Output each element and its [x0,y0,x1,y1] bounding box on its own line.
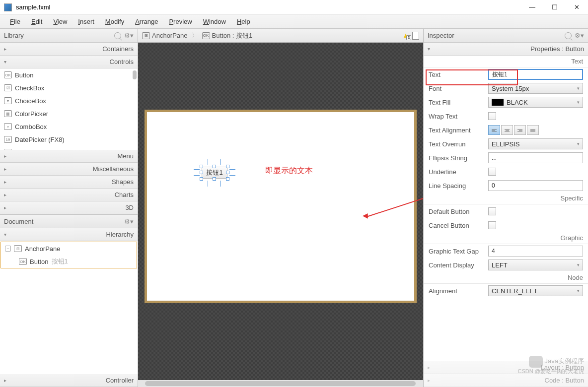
prop-content-display: Content Display LEFT [424,258,588,272]
resize-handle[interactable] [226,165,229,168]
menu-help[interactable]: Help [233,16,254,27]
prop-default-button: Default Button [424,204,588,218]
wraptext-checkbox[interactable] [488,112,496,120]
library-header: Library ⚙▾ [0,29,138,43]
section-controls[interactable]: Controls [0,56,138,68]
ctrl-choicebox[interactable]: ▾ChoiceBox [0,94,138,107]
prop-graphic-gap: Graphic Text Gap [424,244,588,258]
annotation-arrow: ◀ [363,211,368,219]
search-icon[interactable] [565,32,572,39]
ctrl-colorpicker[interactable]: ▦ColorPicker [0,107,138,120]
prop-wrap-text: Wrap Text [424,109,588,123]
align-right-button[interactable] [514,125,526,135]
alignment-combo[interactable]: CENTER_LEFT [488,285,583,296]
breadcrumb-separator: 〉 [192,31,198,40]
breadcrumb-anchorpane[interactable]: ⊞AnchorPane [142,32,188,39]
resize-handle[interactable] [213,165,216,168]
ctrl-combobox[interactable]: ▿ComboBox [0,120,138,133]
section-3d[interactable]: 3D [0,201,138,214]
hierarchy-button[interactable]: OK Button 按钮1 [1,255,137,268]
scrollbar-thumb[interactable] [145,381,416,386]
prop-line-spacing: Line Spacing [424,179,588,193]
menu-modify[interactable]: Modify [101,16,128,27]
font-combo[interactable]: System 15px [488,83,583,94]
selected-button[interactable]: 按钮1 [202,167,227,179]
graphicgap-input[interactable] [488,246,583,257]
window-title: sample.fxml [16,3,521,11]
library-title: Library [4,32,24,39]
textfill-combo[interactable]: BLACK [488,97,583,108]
section-shapes[interactable]: Shapes [0,176,138,189]
breadcrumb-button[interactable]: OKButton : 按钮1 [202,31,253,40]
inspector-header: Inspector ⚙▾ [424,29,588,43]
ctrl-checkbox[interactable]: ☑CheckBox [0,81,138,94]
section-code[interactable]: Code : Button [424,374,588,387]
prop-text-alignment: Text Alignment [424,123,588,137]
overrun-combo[interactable]: ELLIPSIS [488,138,583,149]
prop-text-fill: Text Fill BLACK [424,95,588,109]
design-canvas[interactable]: 按钮1 即显示的文本 [145,110,417,303]
close-button[interactable]: ✕ [566,0,588,14]
button-icon: OK [202,32,210,39]
hierarchy-anchorpane[interactable]: − ⊞ AnchorPane [1,242,137,255]
canvas-area[interactable]: 按钮1 即显示的文本 ◀ [138,43,423,380]
prop-font: Font System 15px [424,81,588,95]
align-left-button[interactable] [488,125,500,135]
resize-handle[interactable] [226,171,229,174]
subsection-specific: Specific [424,193,588,204]
document-icon[interactable] [412,32,419,40]
menu-arrange[interactable]: Arrange [131,16,162,27]
align-center-button[interactable] [501,125,513,135]
title-bar: sample.fxml ― ☐ ✕ [0,0,588,15]
menu-preview[interactable]: Preview [165,16,196,27]
ellipsis-input[interactable] [488,152,583,163]
menu-window[interactable]: Window [199,16,230,27]
minimize-button[interactable]: ― [521,0,543,14]
subsection-text: Text [424,56,588,67]
section-containers[interactable]: Containers [0,43,138,56]
align-justify-button[interactable] [527,125,539,135]
gear-icon[interactable]: ⚙▾ [124,32,134,39]
section-menu[interactable]: Menu [0,150,138,163]
section-charts[interactable]: Charts [0,189,138,201]
contentdisplay-combo[interactable]: LEFT [488,259,583,270]
app-icon [4,3,12,11]
linespacing-input[interactable] [488,180,583,191]
collapse-icon[interactable]: − [5,246,11,252]
gear-icon[interactable]: ⚙▾ [575,32,584,39]
prop-text-overrun: Text Overrun ELLIPSIS [424,137,588,151]
resize-handle[interactable] [200,171,203,174]
prop-underline: Underline [424,165,588,179]
menu-file[interactable]: File [6,16,24,27]
ctrl-htmleditor[interactable]: HHTMLEditor [0,146,138,150]
ctrl-datepicker[interactable]: 19DatePicker (FX8) [0,133,138,146]
cancelbutton-checkbox[interactable] [488,221,496,229]
scrollbar-thumb[interactable] [133,70,137,79]
horizontal-scrollbar[interactable] [138,380,423,387]
ctrl-button[interactable]: OKButton [0,68,138,81]
subsection-node: Node [424,272,588,284]
section-hierarchy[interactable]: Hierarchy [0,228,138,241]
resize-handle[interactable] [200,165,203,168]
warning-icon[interactable]: 3 [402,32,410,39]
resize-handle[interactable] [200,177,203,181]
subsection-graphic: Graphic [424,232,588,244]
menu-edit[interactable]: Edit [27,16,46,27]
menu-view[interactable]: View [49,16,71,27]
section-misc[interactable]: Miscellaneous [0,163,138,176]
gear-icon[interactable]: ⚙▾ [124,218,134,225]
section-layout[interactable]: Layout : Button [424,361,588,374]
menu-insert[interactable]: Insert [74,16,98,27]
resize-handle[interactable] [226,177,229,181]
breadcrumb: ⊞AnchorPane 〉 OKButton : 按钮1 3 [138,29,423,43]
search-icon[interactable] [114,32,121,39]
annotation-text: 即显示的文本 [265,166,313,176]
defaultbutton-checkbox[interactable] [488,207,496,215]
section-properties[interactable]: Properties : Button [424,43,588,56]
text-input[interactable] [488,69,583,80]
section-controller[interactable]: Controller [0,374,138,387]
anchorpane-icon: ⊞ [142,32,150,39]
underline-checkbox[interactable] [488,168,496,176]
maximize-button[interactable]: ☐ [543,0,566,14]
resize-handle[interactable] [213,177,216,181]
